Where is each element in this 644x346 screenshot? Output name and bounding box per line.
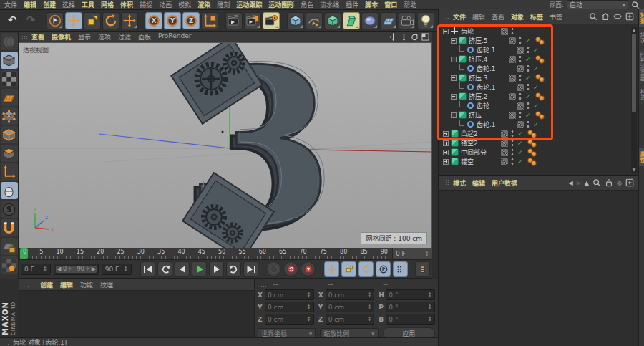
layer-toggle-icon[interactable] [517, 47, 524, 54]
add-generator-button[interactable] [324, 12, 341, 29]
paint-setup-button[interactable] [1, 256, 18, 274]
tag-icons[interactable] [535, 111, 545, 120]
panel-grip-icon[interactable] [21, 33, 29, 40]
interface-select[interactable]: 启动 ▼ [567, 0, 628, 9]
expand-toggle-icon[interactable] [459, 64, 464, 70]
coords-field-input[interactable]: 0 ° ↕ [386, 289, 435, 300]
make-editable-button[interactable] [1, 33, 18, 50]
stepper-icon[interactable]: ↕ [427, 292, 432, 298]
stepper-icon[interactable]: ↕ [427, 316, 432, 322]
expand-toggle-icon[interactable] [451, 75, 457, 81]
key-pla-button[interactable] [393, 261, 408, 277]
enabled-check-icon[interactable] [533, 65, 542, 72]
expand-toggle-icon[interactable] [443, 159, 449, 165]
stepper-icon[interactable]: ↕ [306, 292, 311, 298]
expand-toggle-icon[interactable] [443, 131, 449, 137]
model-mode-button[interactable] [1, 52, 18, 69]
coords-field-input[interactable]: 0 cm ↕ [326, 289, 375, 300]
object-row[interactable]: 齿轮.1 [439, 64, 638, 73]
goto-prev-key-button[interactable] [157, 261, 172, 277]
expand-toggle-icon[interactable] [443, 140, 449, 146]
polygons-mode-button[interactable] [1, 145, 18, 162]
prev-frame-button[interactable] [175, 261, 190, 277]
menu-item[interactable]: 渲染 [197, 0, 210, 9]
viewport-menu-item[interactable]: ProRender [158, 32, 191, 42]
panel-grip-icon[interactable] [260, 281, 268, 288]
tag-icons[interactable] [535, 74, 545, 82]
enabled-check-icon[interactable] [517, 130, 526, 138]
enabled-check-icon[interactable] [525, 112, 534, 119]
stepper-icon[interactable]: ↕ [306, 316, 311, 322]
tag-icons[interactable] [527, 148, 537, 157]
object-manager-menu-item[interactable]: 书签 [550, 12, 562, 21]
record-disabled-button[interactable] [266, 261, 281, 277]
scrollbar-thumb[interactable] [632, 34, 636, 112]
add-light-button[interactable] [417, 12, 434, 29]
stepper-icon[interactable]: ↕ [367, 316, 372, 322]
object-row[interactable]: 齿轮 [439, 27, 638, 36]
layer-toggle-icon[interactable] [509, 37, 516, 44]
add-deformer-button[interactable] [343, 12, 360, 29]
panel-grip-icon[interactable] [23, 281, 30, 288]
tag-icons[interactable] [535, 92, 545, 101]
layer-toggle-icon[interactable] [501, 130, 508, 138]
menu-item[interactable]: 体积 [120, 0, 133, 9]
viewport-solo-button[interactable] [1, 182, 18, 199]
workplane-mode-button[interactable] [1, 89, 18, 106]
add-spline-button[interactable] [306, 12, 323, 29]
object-label[interactable]: 齿轮 [477, 101, 517, 110]
attribute-menu-item[interactable]: 模式 [453, 178, 466, 188]
panel-grip-icon[interactable] [3, 339, 10, 346]
menu-item[interactable]: 创建 [43, 0, 56, 9]
menu-item[interactable]: 帮助 [404, 0, 416, 9]
object-row[interactable]: 凸起2 [439, 129, 638, 138]
object-row[interactable]: 挤压.3 [439, 73, 638, 82]
layer-toggle-icon[interactable] [501, 140, 508, 147]
scroll-up-icon[interactable]: ▲ [631, 27, 637, 32]
object-row[interactable]: 齿轮.1 [439, 45, 638, 54]
redo-button[interactable]: ↷ [22, 12, 39, 29]
attribute-menu-item[interactable]: 用户数据 [492, 178, 517, 188]
menu-item[interactable]: 运动图形 [268, 0, 294, 9]
coord-system-button[interactable] [201, 12, 218, 29]
key-parameter-button[interactable]: P [376, 261, 391, 277]
scroll-down-icon[interactable]: ▼ [631, 167, 637, 172]
lock-z-button[interactable]: Z [182, 12, 200, 29]
visibility-dots-icon[interactable] [511, 148, 514, 156]
coords-field-input[interactable]: 0 ° ↕ [386, 302, 435, 312]
ruler-ticks[interactable]: 051015202530354045505560657075808590 [20, 248, 389, 259]
add-panel-icon[interactable] [625, 178, 634, 187]
layer-toggle-icon[interactable] [509, 56, 516, 63]
object-label[interactable]: 中间部分 [461, 148, 501, 157]
layer-toggle-icon[interactable] [501, 28, 508, 35]
coords-field-input[interactable]: 0 cm ↕ [265, 314, 314, 325]
orbit-view-icon[interactable] [411, 33, 419, 41]
enabled-check-icon[interactable] [525, 37, 534, 44]
stepper-icon[interactable]: ↕ [367, 304, 372, 310]
visibility-dots-icon[interactable] [527, 102, 530, 110]
visibility-dots-icon[interactable] [519, 92, 522, 100]
menu-item[interactable]: 模拟 [178, 0, 191, 9]
expand-toggle-icon[interactable] [459, 120, 464, 126]
object-manager-menu-item[interactable]: 编辑 [472, 12, 485, 21]
object-row[interactable]: 镂空2 [439, 138, 638, 148]
enabled-check-icon[interactable] [533, 121, 542, 128]
render-view-button[interactable] [225, 12, 243, 29]
zoom-view-icon[interactable] [400, 33, 408, 41]
keyframe-help-button[interactable]: ? [301, 261, 316, 277]
visibility-dots-icon[interactable] [511, 27, 514, 35]
visibility-dots-icon[interactable] [527, 83, 530, 91]
add-primitive-button[interactable] [287, 12, 304, 29]
material-tag-icon[interactable] [539, 114, 545, 120]
layer-toggle-icon[interactable] [517, 65, 524, 72]
expand-toggle-icon[interactable] [451, 57, 457, 62]
panel-tab[interactable]: 对象 [639, 9, 644, 27]
tag-icons[interactable] [527, 130, 537, 138]
pan-view-icon[interactable] [389, 33, 397, 41]
tag-icons[interactable] [535, 37, 545, 45]
autokey-button[interactable] [283, 261, 298, 277]
material-menu-item[interactable]: 纹理 [100, 280, 113, 289]
tag-icons[interactable] [527, 158, 537, 166]
lock-y-button[interactable]: Y [164, 12, 181, 29]
track-target-icon[interactable]: ◎ [617, 180, 622, 186]
